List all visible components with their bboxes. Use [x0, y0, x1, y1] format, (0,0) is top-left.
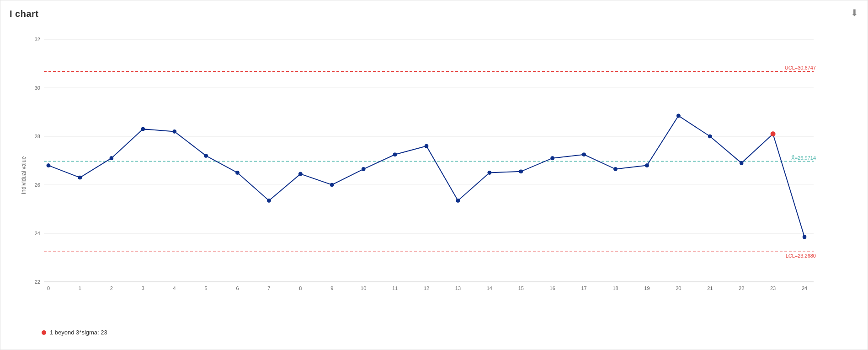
svg-text:24: 24: [802, 285, 807, 291]
chart-svg: 2224262830320123456789101112131415161718…: [35, 35, 818, 296]
svg-text:LCL=23.2680: LCL=23.2680: [786, 253, 816, 258]
svg-text:24: 24: [35, 231, 40, 236]
svg-text:22: 22: [739, 285, 744, 291]
svg-text:16: 16: [550, 285, 555, 291]
svg-text:12: 12: [424, 285, 429, 291]
svg-point-49: [204, 154, 208, 157]
svg-point-46: [110, 156, 113, 160]
svg-text:UCL=30.6747: UCL=30.6747: [785, 65, 816, 70]
svg-text:11: 11: [392, 285, 398, 291]
svg-text:20: 20: [676, 285, 681, 291]
svg-point-61: [582, 153, 586, 156]
svg-point-68: [803, 235, 806, 239]
svg-text:28: 28: [35, 134, 40, 139]
svg-point-55: [393, 153, 397, 156]
svg-point-65: [708, 135, 712, 138]
svg-text:X̄=26.9714: X̄=26.9714: [791, 155, 816, 161]
svg-text:21: 21: [707, 285, 713, 291]
chart-container: I chart ⬇ Individual value 2224262830320…: [0, 0, 868, 350]
legend-text: 1 beyond 3*sigma: 23: [50, 329, 107, 336]
svg-text:30: 30: [35, 85, 40, 91]
chart-legend: 1 beyond 3*sigma: 23: [42, 329, 107, 336]
svg-point-62: [614, 167, 618, 171]
svg-point-44: [47, 164, 50, 167]
svg-text:15: 15: [518, 285, 524, 291]
svg-text:23: 23: [770, 285, 776, 291]
svg-point-57: [456, 199, 460, 202]
svg-text:13: 13: [455, 285, 461, 291]
svg-text:5: 5: [205, 285, 208, 291]
svg-text:9: 9: [330, 285, 333, 291]
svg-text:7: 7: [267, 285, 270, 291]
svg-point-66: [740, 161, 743, 165]
svg-text:32: 32: [35, 37, 40, 42]
legend-dot: [42, 330, 46, 335]
download-icon[interactable]: ⬇: [851, 7, 858, 18]
svg-text:6: 6: [236, 285, 239, 291]
svg-text:10: 10: [361, 285, 366, 291]
svg-point-56: [425, 144, 428, 148]
svg-point-52: [298, 172, 302, 176]
svg-text:17: 17: [581, 285, 586, 291]
svg-point-47: [141, 127, 145, 131]
svg-point-54: [362, 167, 365, 171]
y-axis-label: Individual value: [21, 156, 27, 194]
svg-point-64: [676, 114, 680, 118]
svg-point-51: [267, 199, 271, 202]
svg-text:3: 3: [142, 285, 144, 291]
svg-point-63: [645, 164, 649, 167]
svg-text:4: 4: [173, 285, 176, 291]
svg-point-67: [771, 132, 775, 136]
svg-point-58: [488, 171, 491, 175]
svg-point-53: [330, 183, 334, 187]
chart-title: I chart: [0, 5, 868, 19]
svg-point-50: [236, 171, 240, 175]
svg-text:8: 8: [299, 285, 302, 291]
svg-point-45: [78, 176, 82, 179]
svg-point-48: [173, 129, 176, 133]
svg-text:22: 22: [35, 279, 40, 285]
svg-text:26: 26: [35, 182, 40, 188]
svg-point-60: [551, 156, 554, 160]
svg-text:1: 1: [79, 285, 81, 291]
svg-text:18: 18: [612, 285, 618, 291]
svg-text:0: 0: [47, 285, 50, 291]
svg-text:14: 14: [487, 285, 492, 291]
svg-point-59: [519, 170, 523, 173]
svg-text:2: 2: [110, 285, 113, 291]
svg-text:19: 19: [644, 285, 650, 291]
